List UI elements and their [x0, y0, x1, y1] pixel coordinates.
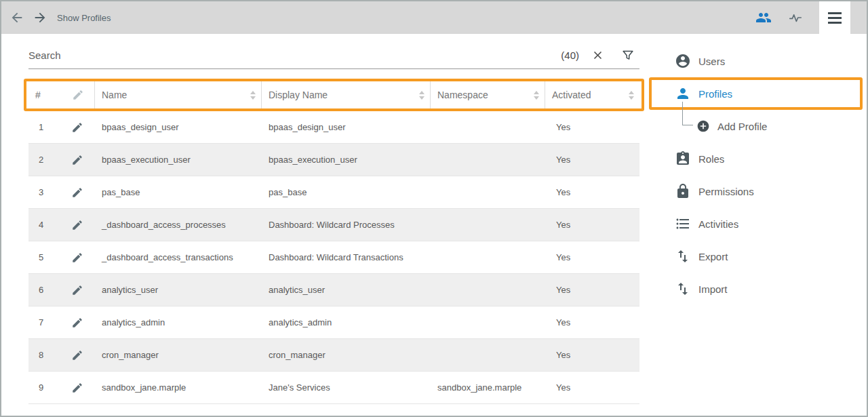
edit-cell: [65, 209, 94, 241]
table-row[interactable]: 6 analytics_user analytics_user Yes: [28, 274, 639, 306]
table-row[interactable]: 2 bpaas_execution_user bpaas_execution_u…: [28, 144, 639, 176]
hamburger-menu-icon[interactable]: [819, 1, 850, 34]
lock-icon: [675, 183, 691, 199]
app-window: Show Profiles (40): [0, 0, 868, 417]
result-count: (40): [561, 49, 579, 61]
column-header-namespace[interactable]: Namespace: [430, 81, 545, 108]
profile-display-name: analytics_admin: [261, 306, 430, 338]
profile-name: analytics_user: [94, 274, 261, 306]
column-header-number[interactable]: #: [28, 81, 65, 108]
profile-activated: Yes: [545, 339, 639, 371]
column-header-label: Activated: [552, 90, 591, 100]
search-bar: (40): [28, 42, 639, 69]
column-header-activated[interactable]: Activated: [545, 81, 639, 108]
sort-arrows-icon[interactable]: [419, 91, 425, 100]
back-arrow-icon[interactable]: [9, 10, 24, 25]
sort-arrows-icon[interactable]: [250, 91, 256, 100]
table-row[interactable]: 1 bpaas_design_user bpaas_design_user Ye…: [28, 111, 639, 144]
edit-pencil-icon[interactable]: [71, 154, 83, 166]
main-panel: (40) #: [1, 34, 646, 416]
sidebar-item-permissions[interactable]: Permissions: [646, 175, 867, 207]
filter-funnel-icon[interactable]: [620, 48, 635, 63]
column-header-label: #: [35, 90, 41, 100]
edit-pencil-icon[interactable]: [71, 252, 83, 264]
sidebar-item-roles[interactable]: Roles: [646, 142, 867, 175]
profile-namespace: [430, 306, 545, 338]
edit-pencil-icon[interactable]: [71, 186, 83, 199]
profile-display-name: Jane's Services: [261, 372, 430, 403]
table-row[interactable]: 5 _dashboard_access_transactions Dashboa…: [28, 241, 639, 274]
edit-pencil-icon[interactable]: [71, 382, 83, 394]
profile-activated: Yes: [545, 111, 639, 143]
edit-pencil-icon[interactable]: [71, 349, 83, 361]
profile-display-name: cron_manager: [261, 339, 430, 371]
row-number: 8: [28, 339, 65, 371]
page-title: Show Profiles: [57, 13, 111, 23]
forward-arrow-icon[interactable]: [33, 10, 47, 25]
sidebar: Users Profiles Add Profile: [646, 34, 867, 416]
edit-pencil-icon: [72, 89, 84, 101]
profile-display-name: analytics_user: [261, 274, 430, 306]
row-number: 5: [28, 241, 65, 273]
table-header-row: # Name Display Name: [28, 81, 639, 108]
hamburger-bar: [828, 12, 842, 14]
sidebar-item-label: Users: [698, 56, 725, 67]
edit-cell: [65, 372, 94, 403]
profile-display-name: Dashboard: Wildcard Transactions: [261, 241, 430, 273]
row-number: 4: [28, 209, 65, 241]
profile-name: pas_base: [94, 176, 261, 208]
list-icon: [675, 216, 691, 232]
sidebar-item-label: Activities: [698, 218, 738, 230]
clear-icon[interactable]: [591, 49, 604, 62]
hamburger-bar: [828, 22, 842, 24]
profile-name: _dashboard_access_processes: [94, 209, 261, 241]
profile-display-name: bpaas_design_user: [261, 111, 430, 143]
profile-namespace: [430, 339, 545, 371]
users-group-icon[interactable]: [755, 9, 772, 26]
badge-icon: [675, 151, 691, 167]
column-header-name[interactable]: Name: [94, 81, 261, 108]
sidebar-item-activities[interactable]: Activities: [646, 207, 867, 240]
import-export-icon: [675, 281, 691, 297]
sidebar-item-users[interactable]: Users: [646, 45, 867, 77]
profile-name: cron_manager: [94, 339, 261, 371]
profile-namespace: [430, 241, 545, 273]
sidebar-item-label: Add Profile: [717, 121, 767, 132]
edit-pencil-icon[interactable]: [71, 284, 83, 296]
table-row[interactable]: 8 cron_manager cron_manager Yes: [28, 339, 639, 372]
edit-cell: [65, 144, 94, 176]
sidebar-item-label: Profiles: [698, 88, 732, 100]
sidebar-item-export[interactable]: Export: [646, 240, 867, 273]
profile-name: analytics_admin: [94, 306, 261, 338]
profile-activated: Yes: [545, 372, 639, 403]
profile-namespace: sandbox_jane.marple: [430, 372, 545, 403]
sidebar-item-import[interactable]: Import: [646, 273, 867, 305]
profile-display-name: bpaas_execution_user: [261, 144, 430, 176]
add-circle-icon: [696, 119, 710, 133]
sort-arrows-icon[interactable]: [629, 91, 634, 100]
edit-pencil-icon[interactable]: [71, 219, 83, 231]
table-row[interactable]: 7 analytics_admin analytics_admin Yes: [28, 306, 639, 339]
annotation-highlight-header: # Name Display Name: [24, 79, 644, 111]
table-row[interactable]: 4 _dashboard_access_processes Dashboard:…: [28, 209, 639, 241]
row-number: 6: [28, 274, 65, 306]
table-row[interactable]: 3 pas_base pas_base Yes: [28, 176, 639, 209]
pulse-icon[interactable]: [788, 10, 803, 25]
search-input[interactable]: [28, 49, 561, 61]
edit-cell: [65, 111, 94, 143]
sidebar-item-label: Export: [698, 251, 728, 262]
edit-cell: [65, 306, 94, 338]
profile-activated: Yes: [545, 176, 639, 208]
edit-pencil-icon[interactable]: [71, 121, 83, 134]
edit-pencil-icon[interactable]: [71, 317, 83, 329]
row-number: 3: [28, 176, 65, 208]
column-header-display-name[interactable]: Display Name: [261, 81, 430, 108]
profile-name: _dashboard_access_transactions: [94, 241, 261, 273]
table-row[interactable]: 9 sandbox_jane.marple Jane's Services sa…: [28, 372, 639, 404]
profile-activated: Yes: [545, 274, 639, 306]
sort-arrows-icon[interactable]: [534, 91, 539, 100]
user-circle-icon: [675, 53, 691, 69]
profile-activated: Yes: [545, 241, 639, 273]
sidebar-item-add-profile[interactable]: Add Profile: [646, 110, 867, 142]
column-header-label: Display Name: [269, 90, 328, 100]
